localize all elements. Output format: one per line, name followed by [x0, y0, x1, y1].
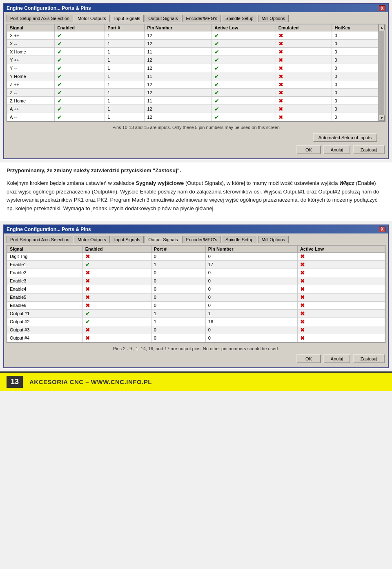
w2-anuluj-button[interactable]: Anuluj: [323, 354, 351, 363]
w2-zastosuj-button[interactable]: Zastosuj: [353, 354, 385, 363]
table-row[interactable]: Enable1 ✔ 1 17 ✖: [7, 260, 385, 269]
table-row[interactable]: X Home ✔ 1 11 ✔ ✖ 0: [7, 48, 379, 56]
enabled-cell[interactable]: ✔: [55, 89, 105, 97]
table-row[interactable]: A -- ✔ 1 12 ✔ ✖ 0: [7, 113, 379, 121]
enabled-cell[interactable]: ✖: [82, 301, 151, 309]
enabled-cell[interactable]: ✖: [82, 285, 151, 293]
table-row[interactable]: Enable5 ✖ 0 0 ✖: [7, 293, 385, 301]
table-row[interactable]: Enable3 ✖ 0 0 ✖: [7, 277, 385, 285]
enabled-cell[interactable]: ✖: [82, 269, 151, 277]
enabled-cell[interactable]: ✔: [55, 97, 105, 105]
enabled-cell[interactable]: ✔: [55, 31, 105, 40]
active-low-cell[interactable]: ✖: [297, 326, 385, 334]
active-low-cell[interactable]: ✔: [212, 40, 276, 48]
tab-input-signals[interactable]: Input Signals: [111, 15, 144, 22]
table-row[interactable]: Y Home ✔ 1 11 ✔ ✖ 0: [7, 72, 379, 80]
w2-tab-port-setup[interactable]: Port Setup and Axis Selection: [7, 236, 73, 243]
active-low-cell[interactable]: ✔: [212, 105, 276, 113]
emulated-cell[interactable]: ✖: [276, 72, 332, 80]
w2-tab-spindle[interactable]: Spindle Setup: [222, 236, 257, 243]
active-low-cell[interactable]: ✖: [297, 309, 385, 318]
tab-spindle[interactable]: Spindle Setup: [222, 15, 257, 22]
enabled-cell[interactable]: ✔: [55, 72, 105, 80]
enabled-cell[interactable]: ✔: [82, 309, 151, 318]
table-row[interactable]: Enable4 ✖ 0 0 ✖: [7, 285, 385, 293]
active-low-cell[interactable]: ✔: [212, 113, 276, 121]
enabled-cell[interactable]: ✔: [55, 64, 105, 72]
table-row[interactable]: Digit Trig ✖ 0 0 ✖: [7, 252, 385, 260]
active-low-cell[interactable]: ✔: [212, 31, 276, 40]
zastosuj-button[interactable]: Zastosuj: [353, 145, 385, 154]
active-low-cell[interactable]: ✔: [212, 48, 276, 56]
anuluj-button[interactable]: Anuluj: [323, 145, 351, 154]
ok-button[interactable]: OK: [296, 145, 321, 154]
enabled-cell[interactable]: ✖: [82, 326, 151, 334]
emulated-cell[interactable]: ✖: [276, 56, 332, 64]
enabled-cell[interactable]: ✔: [82, 260, 151, 269]
active-low-cell[interactable]: ✖: [297, 260, 385, 269]
emulated-cell[interactable]: ✖: [276, 113, 332, 121]
table-row[interactable]: Y ++ ✔ 1 12 ✔ ✖ 0: [7, 56, 379, 64]
table-row[interactable]: X ++ ✔ 1 12 ✔ ✖ 0: [7, 31, 379, 40]
window2-close-button[interactable]: X: [379, 227, 385, 232]
w2-tab-output-signals[interactable]: Output Signals: [145, 236, 181, 243]
enabled-cell[interactable]: ✔: [55, 56, 105, 64]
scroll-thumb[interactable]: [379, 31, 384, 115]
emulated-cell[interactable]: ✖: [276, 89, 332, 97]
table-row[interactable]: Output #3 ✖ 0 0 ✖: [7, 326, 385, 334]
tab-port-setup[interactable]: Port Setup and Axis Selection: [7, 15, 73, 22]
active-low-cell[interactable]: ✔: [212, 97, 276, 105]
w2-tab-encoder[interactable]: Encoder/MPG's: [182, 236, 221, 243]
table-row[interactable]: Z -- ✔ 1 12 ✔ ✖ 0: [7, 89, 379, 97]
enabled-cell[interactable]: ✔: [55, 40, 105, 48]
active-low-cell[interactable]: ✖: [297, 269, 385, 277]
w2-tab-mill-options[interactable]: Mill Options: [258, 236, 289, 243]
emulated-cell[interactable]: ✖: [276, 48, 332, 56]
table-row[interactable]: Output #2 ✔ 1 16 ✖: [7, 318, 385, 326]
table-row[interactable]: Output #1 ✔ 1 1 ✖: [7, 309, 385, 318]
enabled-cell[interactable]: ✔: [55, 113, 105, 121]
emulated-cell[interactable]: ✖: [276, 97, 332, 105]
window1-close-button[interactable]: X: [379, 5, 385, 11]
active-low-cell[interactable]: ✖: [297, 277, 385, 285]
table-row[interactable]: Enable2 ✖ 0 0 ✖: [7, 269, 385, 277]
active-low-cell[interactable]: ✔: [212, 89, 276, 97]
automated-setup-button[interactable]: Automated Setup of Inputs: [313, 133, 377, 142]
enabled-cell[interactable]: ✔: [55, 105, 105, 113]
active-low-cell[interactable]: ✖: [297, 293, 385, 301]
w2-tab-input-signals[interactable]: Input Signals: [111, 236, 144, 243]
enabled-cell[interactable]: ✔: [82, 318, 151, 326]
active-low-cell[interactable]: ✖: [297, 252, 385, 260]
emulated-cell[interactable]: ✖: [276, 80, 332, 89]
table-row[interactable]: Z ++ ✔ 1 12 ✔ ✖ 0: [7, 80, 379, 89]
tab-mill-options[interactable]: Mill Options: [258, 15, 289, 22]
active-low-cell[interactable]: ✖: [297, 285, 385, 293]
table-row[interactable]: A ++ ✔ 1 12 ✔ ✖ 0: [7, 105, 379, 113]
w2-ok-button[interactable]: OK: [296, 354, 321, 363]
table-row[interactable]: Enable6 ✖ 0 0 ✖: [7, 301, 385, 309]
active-low-cell[interactable]: ✖: [297, 318, 385, 326]
w2-tab-motor-outputs[interactable]: Motor Outputs: [74, 236, 110, 243]
table-row[interactable]: Y -- ✔ 1 12 ✔ ✖ 0: [7, 64, 379, 72]
active-low-cell[interactable]: ✔: [212, 80, 276, 89]
tab-output-signals[interactable]: Output Signals: [145, 15, 181, 22]
scroll-up-button[interactable]: ▲: [379, 24, 385, 30]
emulated-cell[interactable]: ✖: [276, 40, 332, 48]
enabled-cell[interactable]: ✖: [82, 252, 151, 260]
table-row[interactable]: Z Home ✔ 1 11 ✔ ✖ 0: [7, 97, 379, 105]
active-low-cell[interactable]: ✔: [212, 72, 276, 80]
enabled-cell[interactable]: ✔: [55, 48, 105, 56]
scroll-down-button[interactable]: ▼: [379, 115, 385, 121]
tab-motor-outputs[interactable]: Motor Outputs: [74, 15, 110, 22]
enabled-cell[interactable]: ✖: [82, 277, 151, 285]
emulated-cell[interactable]: ✖: [276, 31, 332, 40]
active-low-cell[interactable]: ✔: [212, 64, 276, 72]
emulated-cell[interactable]: ✖: [276, 105, 332, 113]
enabled-cell[interactable]: ✖: [82, 334, 151, 342]
active-low-cell[interactable]: ✖: [297, 334, 385, 342]
active-low-cell[interactable]: ✔: [212, 56, 276, 64]
table-row[interactable]: Output #4 ✖ 0 0 ✖: [7, 334, 385, 342]
enabled-cell[interactable]: ✔: [55, 80, 105, 89]
scrollbar[interactable]: ▲ ▼: [379, 24, 385, 121]
emulated-cell[interactable]: ✖: [276, 64, 332, 72]
